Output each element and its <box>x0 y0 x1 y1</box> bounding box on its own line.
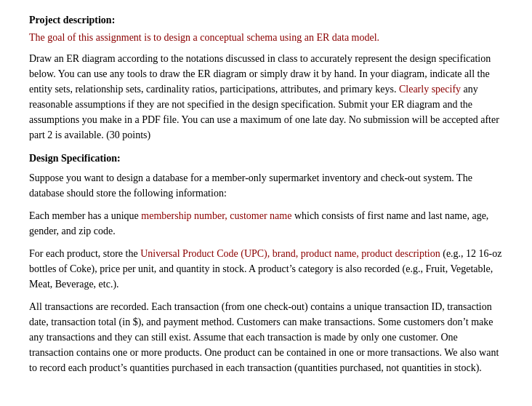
intro-statement: The goal of this assignment is to design… <box>29 32 503 44</box>
project-description-title: Project description: <box>29 15 503 26</box>
paragraph-2: Suppose you want to design a database fo… <box>29 170 503 201</box>
paragraph3-pre: Each member has a unique <box>29 210 141 221</box>
paragraph-4: For each product, store the Universal Pr… <box>29 246 503 292</box>
paragraph2-text: Suppose you want to design a database fo… <box>29 172 472 199</box>
paragraph-1: Draw an ER diagram according to the nota… <box>29 51 503 143</box>
paragraph-5: All transactions are recorded. Each tran… <box>29 299 503 375</box>
paragraph-3: Each member has a unique membership numb… <box>29 208 503 239</box>
design-title-text: Design Specification: <box>29 153 121 164</box>
paragraph1-highlight: Clearly specify <box>399 84 461 95</box>
design-specification-title: Design Specification: <box>29 153 503 164</box>
paragraph5-text: All transactions are recorded. Each tran… <box>29 301 499 373</box>
paragraph4-pre: For each product, store the <box>29 248 140 259</box>
intro-link-text: The goal of this assignment is to design… <box>29 32 379 43</box>
paragraph3-highlight: membership number, customer name <box>141 210 291 221</box>
project-title-text: Project description: <box>29 15 115 25</box>
paragraph4-highlight: Universal Product Code (UPC), brand, pro… <box>140 248 440 259</box>
page-container: Project description: The goal of this as… <box>0 0 532 397</box>
